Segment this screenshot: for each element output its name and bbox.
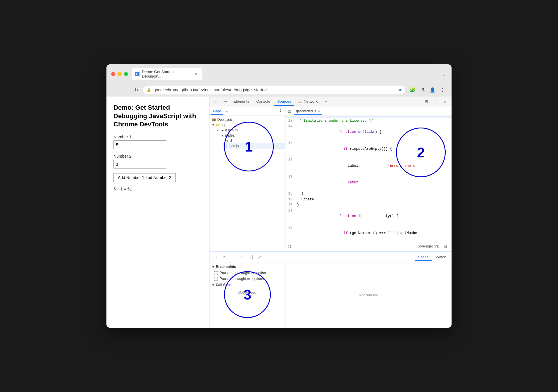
- line-number-16: 16: [285, 157, 296, 163]
- tab-console[interactable]: Console: [253, 97, 273, 106]
- profile-button[interactable]: 👤: [428, 85, 437, 94]
- step-button[interactable]: →|: [247, 253, 254, 261]
- line-number-22: 22: [285, 225, 296, 231]
- address-bar[interactable]: 🔒 ★: [143, 86, 406, 94]
- debugger-content: ▼ Breakpoints Pause on uncaught exceptio…: [209, 262, 452, 328]
- tab-bar: G Demo: Get Started Debuggin... × + ⌄: [132, 68, 447, 80]
- page-tab[interactable]: Page: [211, 108, 223, 115]
- tab-network[interactable]: ⚠ Network: [295, 97, 321, 106]
- source-icon: ▤: [287, 109, 292, 114]
- step-over-button[interactable]: ⟳: [221, 253, 228, 261]
- line-number-15: 15: [285, 141, 296, 146]
- not-paused-right: Not paused: [359, 293, 378, 297]
- pause-uncaught-item[interactable]: Pause on uncaught exception: [209, 270, 285, 276]
- not-paused-left: Not paused: [209, 288, 285, 297]
- scope-tab[interactable]: Scope: [415, 254, 432, 261]
- window-close-button[interactable]: [111, 72, 115, 76]
- tab-elements[interactable]: Elements: [230, 97, 252, 106]
- settings-button[interactable]: ⚙: [422, 98, 430, 106]
- call-stack-section[interactable]: ▼ Call Stack: [209, 282, 285, 288]
- coverage-detail-button[interactable]: ▤: [441, 242, 449, 250]
- pause-button[interactable]: ⏸: [212, 253, 219, 261]
- tree-item-js[interactable]: 📄 ed.js: [223, 143, 285, 149]
- step-into-button[interactable]: ↓: [229, 253, 237, 261]
- code-tab-filename: get-started.js: [296, 109, 316, 113]
- add-button[interactable]: Add Number 1 and Number 2: [113, 173, 176, 182]
- tree-item-deployed[interactable]: 📦 Deployed: [209, 117, 285, 122]
- lab-button[interactable]: ⚗: [418, 85, 427, 94]
- code-tab-close-button[interactable]: ×: [318, 109, 320, 113]
- deployed-icon: 📦: [212, 118, 216, 122]
- tree-item-top[interactable]: ▼ 📁 top: [209, 122, 285, 128]
- code-line-15: 15 if (inputsAreEmpty()) {: [285, 141, 452, 158]
- tree-item-samples[interactable]: ▼ mples/: [219, 133, 285, 138]
- tab-more[interactable]: »: [322, 97, 330, 106]
- code-line-18: 18 }: [285, 191, 452, 197]
- code-line-21: 21 function in pty() {: [285, 208, 452, 225]
- menu-button[interactable]: ⋮: [438, 85, 447, 94]
- pause-uncaught-checkbox[interactable]: [214, 271, 218, 275]
- watch-tab[interactable]: Watch: [433, 254, 449, 261]
- code-tab-get-started[interactable]: get-started.js ×: [294, 108, 322, 115]
- new-tab-button[interactable]: +: [203, 70, 211, 78]
- back-button[interactable]: ←: [111, 86, 119, 94]
- tab-sources[interactable]: Sources: [274, 97, 294, 106]
- line-code-14: function onClick() {: [296, 124, 452, 141]
- coverage-text: Coverage: n/a: [417, 244, 439, 248]
- code-line-17: 17 retur: [285, 174, 452, 191]
- tab-favicon: G: [135, 72, 140, 76]
- line-number-18: 18: [285, 191, 296, 197]
- navigation-bar: ← → ↻ 🔒 ★ 🧩 ⚗ 👤 ⋮: [106, 83, 452, 97]
- tree-label-github: e.github: [225, 128, 238, 132]
- bookmark-button[interactable]: ★: [398, 87, 402, 93]
- line-code-22: if (getNumber1() === '' || getNumbe: [296, 225, 452, 241]
- line-number-14: 14: [285, 124, 296, 129]
- window-maximize-button[interactable]: [124, 72, 128, 76]
- pause-caught-checkbox[interactable]: [214, 277, 218, 281]
- cloud-icon: ☁: [221, 128, 224, 132]
- line-number-17: 17: [285, 174, 296, 180]
- number2-input[interactable]: [113, 160, 166, 169]
- address-input[interactable]: [154, 87, 396, 92]
- number1-input[interactable]: [113, 140, 166, 149]
- tree-label-top: top: [221, 123, 226, 127]
- code-view[interactable]: 13 * limitations under the License. */ 1…: [285, 116, 452, 241]
- refresh-button[interactable]: ↻: [132, 86, 140, 94]
- panel-menu-button[interactable]: ⋮: [277, 108, 284, 115]
- step-out-button[interactable]: ↑: [238, 253, 246, 261]
- inspect-element-button[interactable]: ⊹: [212, 98, 220, 106]
- deactivate-button[interactable]: ⤢: [256, 253, 263, 261]
- chrome-dropdown-button[interactable]: ⌄: [441, 70, 447, 78]
- number1-label: Number 1: [113, 135, 202, 139]
- tree-item-d[interactable]: ▼ d: [223, 138, 285, 143]
- tree-label-deployed: Deployed: [217, 118, 232, 122]
- code-line-22: 22 if (getNumber1() === '' || getNumbe: [285, 225, 452, 241]
- more-options-button[interactable]: ⋮: [432, 98, 440, 106]
- file-tree-panel: Page » ⋮ 📦 Deployed ▼ 📁: [209, 107, 285, 252]
- code-line-16: 16 label. = 'Error: one c: [285, 157, 452, 174]
- number2-label: Number 2: [113, 154, 202, 159]
- device-toggle-button[interactable]: ▱: [221, 98, 229, 106]
- extensions-button[interactable]: 🧩: [408, 85, 417, 94]
- js-file-icon: 📄: [226, 144, 230, 148]
- forward-button[interactable]: →: [122, 86, 130, 94]
- line-code-19: update: [296, 197, 452, 202]
- titlebar-top: G Demo: Get Started Debuggin... × + ⌄: [111, 68, 447, 83]
- pause-caught-label: Pause on caught exceptions: [220, 277, 264, 281]
- pause-caught-item[interactable]: Pause on caught exceptions: [209, 276, 285, 282]
- webpage-panel: Demo: Get Started Debugging JavaScript w…: [106, 97, 209, 328]
- sources-top-area: Page » ⋮ 📦 Deployed ▼ 📁: [209, 107, 452, 252]
- devtools-close-button[interactable]: ×: [441, 98, 449, 106]
- address-security-icon: 🔒: [147, 88, 151, 92]
- breakpoints-section[interactable]: ▼ Breakpoints: [209, 264, 285, 270]
- network-warning-icon: ⚠: [298, 99, 302, 104]
- code-line-13: 13 * limitations under the License. */: [285, 118, 452, 124]
- panel-tab-more[interactable]: »: [225, 109, 229, 114]
- tree-item-github[interactable]: ▼ ☁ e.github: [214, 128, 285, 133]
- page-title: Demo: Get Started Debugging JavaScript w…: [113, 104, 202, 129]
- browser-tab[interactable]: G Demo: Get Started Debuggin... ×: [132, 68, 202, 80]
- browser-window: G Demo: Get Started Debuggin... × + ⌄ ← …: [106, 64, 452, 328]
- window-minimize-button[interactable]: [118, 72, 122, 76]
- tab-close-button[interactable]: ×: [194, 72, 198, 76]
- pause-uncaught-label: Pause on uncaught exception: [220, 271, 266, 275]
